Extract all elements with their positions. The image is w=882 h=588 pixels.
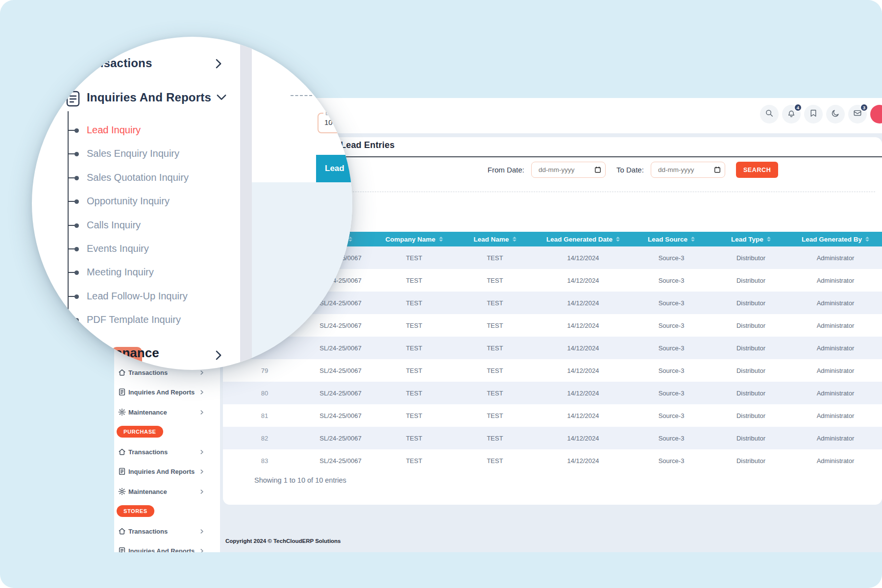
search-button[interactable]: SEARCH [736,162,778,178]
document-icon [117,388,127,396]
table-row[interactable]: 78SL/24-25/0067TESTTEST14/12/2024Source-… [223,337,882,359]
cell-date: 14/12/2024 [537,404,630,427]
sidebar-item-transactions[interactable]: Transactions [114,444,220,460]
moon-icon [831,109,840,120]
column-header-lead-type[interactable]: Lead Type [713,232,789,246]
bookmark-button[interactable] [804,105,823,123]
cell-num: 82 [223,427,306,449]
sidebar-item-inquiries-and-reports[interactable]: Inquiries And Reports [114,384,220,400]
moon-button[interactable] [826,105,845,123]
table-row[interactable]: 77SL/24-25/0067TESTTEST14/12/2024Source-… [223,314,882,337]
menu-item-lead-follow-up-inquiry[interactable]: Lead Follow-Up Inquiry [87,291,188,302]
cell-company: TEST [375,382,453,404]
column-header-lead-source[interactable]: Lead Source [630,232,713,246]
menu-item-pdf-template-inquiry[interactable]: PDF Template Inquiry [87,314,181,325]
notification-badge: 3 [860,103,868,112]
chevron-right-icon [200,370,204,375]
chevron-right-icon [215,350,222,360]
cell-num: 81 [223,404,306,427]
chevron-right-icon [200,469,204,474]
sidebar-item-inquiries-and-reports[interactable]: Inquiries And Reports [114,464,220,479]
bookmark-icon [809,109,818,120]
sidebar-item-label: Inquiries And Reports [128,389,195,396]
sidebar-item-label: Transactions [128,448,168,456]
sidebar-item-maintenance[interactable]: Maintenance [114,484,220,499]
column-header-lead-generated-by[interactable]: Lead Generated By [789,232,882,246]
chat-button[interactable]: 3 [848,105,867,123]
magnifier-overlay: Enquiry 10 Lead Transactions Inquiries A… [32,37,352,370]
chevron-right-icon [200,490,204,494]
cell-num: 80 [223,382,306,404]
cell-type: Distributor [713,382,789,404]
app-canvas: TransactionsInquiries And ReportsMainten… [0,0,882,588]
cell-lead: TEST [453,359,537,382]
menu-item-calls-inquiry[interactable]: Calls Inquiry [87,220,141,231]
cell-company: TEST [375,292,453,314]
column-header-label: Lead Source [648,236,687,243]
search-button[interactable] [760,105,779,123]
cell-company: TEST [375,337,453,359]
cell-date: 14/12/2024 [537,246,630,269]
table-row[interactable]: 83SL/24-25/0067TESTTEST14/12/2024Source-… [223,449,882,472]
to-date-field [651,162,725,178]
cell-code: SL/24-25/0067 [306,427,375,449]
menu-item-sales-quotation-inquiry[interactable]: Sales Quotation Inquiry [87,172,189,183]
table-row[interactable]: 81SL/24-25/0067TESTTEST14/12/2024Source-… [223,404,882,427]
table-row[interactable]: 80SL/24-25/0067TESTTEST14/12/2024Source-… [223,382,882,404]
menu-item-transactions[interactable]: Transactions [78,56,152,70]
cell-lead: TEST [453,449,537,472]
cell-code: SL/24-25/0067 [306,449,375,472]
sidebar-item-maintenance[interactable]: Maintenance [114,404,220,420]
cell-code: SL/24-25/0067 [306,314,375,337]
column-header-label: Lead Generated Date [546,236,612,243]
cell-by: Administrator [789,427,882,449]
sort-icon [439,237,443,242]
cell-company: TEST [375,404,453,427]
menu-item-lead-inquiry[interactable]: Lead Inquiry [87,124,141,136]
column-header-lead-generated-date[interactable]: Lead Generated Date [537,232,630,246]
notification-badge: 4 [794,103,802,112]
menu-item-opportunity-inquiry[interactable]: Opportunity Inquiry [87,196,170,207]
cell-lead: TEST [453,337,537,359]
cell-source: Source-3 [630,246,713,269]
cell-source: Source-3 [630,449,713,472]
menu-item-bullet [74,176,79,180]
sidebar-item-transactions[interactable]: Transactions [114,523,220,539]
cell-lead: TEST [453,314,537,337]
home-icon [117,368,127,376]
menu-item-events-inquiry[interactable]: Events Inquiry [87,243,149,254]
menu-item-bullet [74,128,79,133]
magnified-drag-handle [291,95,312,96]
cell-source: Source-3 [630,292,713,314]
cell-code: SL/24-25/0067 [306,359,375,382]
column-header-label: Lead Generated By [802,236,862,243]
sort-icon [691,237,695,242]
sort-icon [865,237,869,242]
calendar-icon [594,166,601,173]
cell-type: Distributor [713,269,789,292]
cell-date: 14/12/2024 [537,314,630,337]
column-header-label: Lead Type [731,236,763,243]
cell-type: Distributor [713,314,789,337]
column-header-company-name[interactable]: Company Name [375,232,453,246]
entries-summary: Showing 1 to 10 of 10 entries [254,476,346,484]
menu-item-inquiries-and-reports[interactable]: Inquiries And Reports [87,91,211,104]
cell-by: Administrator [789,404,882,427]
menu-item-sales-enquiry-inquiry[interactable]: Sales Enquiry Inquiry [87,148,179,159]
menu-item-bullet [74,223,79,228]
cell-source: Source-3 [630,427,713,449]
cell-by: Administrator [789,337,882,359]
sidebar-item-inquiries-and-reports[interactable]: Inquiries And Reports [114,543,220,552]
cell-date: 14/12/2024 [537,337,630,359]
column-header-lead-name[interactable]: Lead Name [453,232,537,246]
document-icon [117,467,127,475]
table-row[interactable]: 79SL/24-25/0067TESTTEST14/12/2024Source-… [223,359,882,382]
menu-item-meeting-inquiry[interactable]: Meeting Inquiry [87,267,154,278]
sidebar-item-label: Inquiries And Reports [128,547,195,553]
menu-item-bullet [74,199,79,204]
cell-by: Administrator [789,382,882,404]
bell-button[interactable]: 4 [782,105,801,123]
user-avatar[interactable] [870,105,882,123]
table-row[interactable]: 82SL/24-25/0067TESTTEST14/12/2024Source-… [223,427,882,449]
sidebar-scrollbar[interactable] [240,37,252,370]
